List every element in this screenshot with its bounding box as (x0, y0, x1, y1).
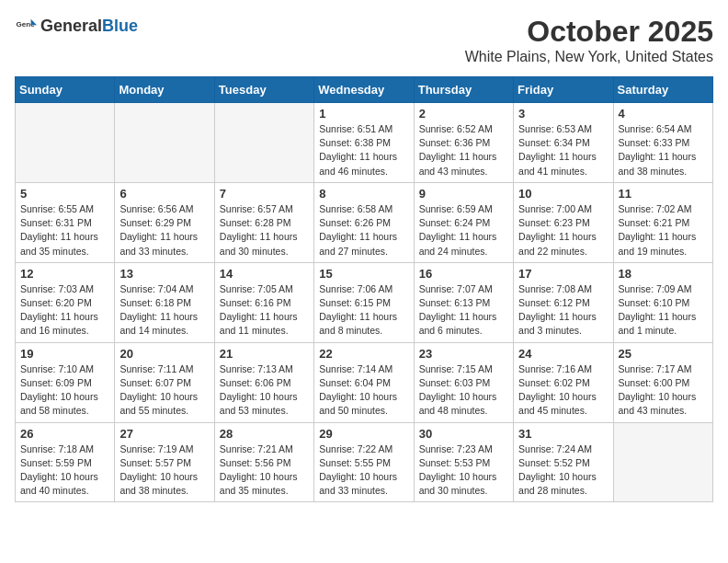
day-info: Sunrise: 7:15 AM Sunset: 6:03 PM Dayligh… (419, 362, 508, 419)
day-info: Sunrise: 7:06 AM Sunset: 6:15 PM Dayligh… (319, 282, 408, 339)
day-info: Sunrise: 7:16 AM Sunset: 6:02 PM Dayligh… (518, 362, 608, 419)
logo-icon: Gene (15, 15, 37, 37)
day-number: 16 (419, 267, 508, 281)
calendar-cell: 11Sunrise: 7:02 AM Sunset: 6:21 PM Dayli… (613, 182, 712, 262)
day-info: Sunrise: 7:08 AM Sunset: 6:12 PM Dayligh… (518, 282, 608, 339)
calendar-cell: 9Sunrise: 6:59 AM Sunset: 6:24 PM Daylig… (414, 182, 513, 262)
calendar-cell (16, 103, 115, 183)
calendar-cell: 24Sunrise: 7:16 AM Sunset: 6:02 PM Dayli… (514, 342, 613, 422)
calendar-cell: 22Sunrise: 7:14 AM Sunset: 6:04 PM Dayli… (314, 342, 414, 422)
day-info: Sunrise: 6:54 AM Sunset: 6:33 PM Dayligh… (619, 122, 708, 178)
logo: Gene GeneralBlue (15, 15, 138, 37)
day-number: 7 (220, 187, 309, 201)
page-header: Gene GeneralBlue October 2025 White Plai… (15, 15, 713, 65)
calendar-cell: 14Sunrise: 7:05 AM Sunset: 6:16 PM Dayli… (214, 262, 313, 342)
day-number: 31 (518, 427, 608, 441)
day-number: 10 (518, 187, 608, 201)
calendar-table: SundayMondayTuesdayWednesdayThursdayFrid… (15, 76, 713, 502)
calendar-cell: 31Sunrise: 7:24 AM Sunset: 5:52 PM Dayli… (514, 422, 613, 502)
day-info: Sunrise: 7:05 AM Sunset: 6:16 PM Dayligh… (220, 282, 309, 339)
day-number: 22 (319, 347, 408, 361)
day-number: 15 (319, 267, 408, 281)
day-number: 26 (20, 427, 109, 441)
calendar-cell: 4Sunrise: 6:54 AM Sunset: 6:33 PM Daylig… (613, 103, 712, 183)
day-number: 8 (319, 187, 408, 201)
calendar-cell: 6Sunrise: 6:56 AM Sunset: 6:29 PM Daylig… (115, 182, 214, 262)
day-number: 11 (619, 187, 708, 201)
day-number: 19 (20, 347, 109, 361)
day-number: 1 (319, 107, 408, 121)
day-info: Sunrise: 6:55 AM Sunset: 6:31 PM Dayligh… (20, 202, 109, 259)
day-info: Sunrise: 7:24 AM Sunset: 5:52 PM Dayligh… (518, 442, 608, 499)
title-block: October 2025 White Plains, New York, Uni… (465, 15, 713, 65)
day-info: Sunrise: 7:23 AM Sunset: 5:53 PM Dayligh… (419, 442, 508, 499)
day-number: 21 (220, 347, 309, 361)
calendar-header-row: SundayMondayTuesdayWednesdayThursdayFrid… (16, 77, 713, 103)
day-info: Sunrise: 7:00 AM Sunset: 6:23 PM Dayligh… (518, 202, 608, 259)
day-number: 29 (319, 427, 408, 441)
calendar-cell: 17Sunrise: 7:08 AM Sunset: 6:12 PM Dayli… (514, 262, 613, 342)
day-number: 28 (220, 427, 309, 441)
calendar-cell: 21Sunrise: 7:13 AM Sunset: 6:06 PM Dayli… (214, 342, 313, 422)
day-number: 14 (220, 267, 309, 281)
calendar-cell: 15Sunrise: 7:06 AM Sunset: 6:15 PM Dayli… (314, 262, 414, 342)
calendar-cell: 30Sunrise: 7:23 AM Sunset: 5:53 PM Dayli… (414, 422, 513, 502)
day-info: Sunrise: 7:18 AM Sunset: 5:59 PM Dayligh… (20, 442, 109, 499)
day-number: 18 (619, 267, 708, 281)
day-info: Sunrise: 7:21 AM Sunset: 5:56 PM Dayligh… (220, 442, 309, 499)
weekday-header-monday: Monday (115, 77, 214, 103)
day-number: 20 (119, 347, 209, 361)
day-number: 23 (419, 347, 508, 361)
day-number: 24 (518, 347, 608, 361)
day-info: Sunrise: 7:04 AM Sunset: 6:18 PM Dayligh… (119, 282, 209, 339)
logo-blue-text: Blue (102, 17, 138, 35)
day-number: 25 (619, 347, 708, 361)
calendar-week-row: 5Sunrise: 6:55 AM Sunset: 6:31 PM Daylig… (16, 182, 713, 262)
day-info: Sunrise: 7:11 AM Sunset: 6:07 PM Dayligh… (119, 362, 209, 419)
calendar-cell: 1Sunrise: 6:51 AM Sunset: 6:38 PM Daylig… (314, 103, 414, 183)
calendar-cell: 7Sunrise: 6:57 AM Sunset: 6:28 PM Daylig… (214, 182, 313, 262)
day-info: Sunrise: 7:13 AM Sunset: 6:06 PM Dayligh… (220, 362, 309, 419)
day-number: 2 (419, 107, 508, 121)
day-number: 12 (20, 267, 109, 281)
weekday-header-friday: Friday (514, 77, 613, 103)
day-info: Sunrise: 7:10 AM Sunset: 6:09 PM Dayligh… (20, 362, 109, 419)
day-number: 6 (119, 187, 209, 201)
calendar-cell: 23Sunrise: 7:15 AM Sunset: 6:03 PM Dayli… (414, 342, 513, 422)
day-info: Sunrise: 6:57 AM Sunset: 6:28 PM Dayligh… (220, 202, 309, 259)
day-number: 13 (119, 267, 209, 281)
calendar-cell: 12Sunrise: 7:03 AM Sunset: 6:20 PM Dayli… (16, 262, 115, 342)
calendar-cell: 20Sunrise: 7:11 AM Sunset: 6:07 PM Dayli… (115, 342, 214, 422)
day-info: Sunrise: 7:14 AM Sunset: 6:04 PM Dayligh… (319, 362, 408, 419)
calendar-cell: 27Sunrise: 7:19 AM Sunset: 5:57 PM Dayli… (115, 422, 214, 502)
calendar-week-row: 12Sunrise: 7:03 AM Sunset: 6:20 PM Dayli… (16, 262, 713, 342)
day-info: Sunrise: 7:22 AM Sunset: 5:55 PM Dayligh… (319, 442, 408, 499)
calendar-cell: 19Sunrise: 7:10 AM Sunset: 6:09 PM Dayli… (16, 342, 115, 422)
day-info: Sunrise: 7:02 AM Sunset: 6:21 PM Dayligh… (619, 202, 708, 259)
calendar-cell: 26Sunrise: 7:18 AM Sunset: 5:59 PM Dayli… (16, 422, 115, 502)
calendar-cell: 10Sunrise: 7:00 AM Sunset: 6:23 PM Dayli… (514, 182, 613, 262)
calendar-week-row: 26Sunrise: 7:18 AM Sunset: 5:59 PM Dayli… (16, 422, 713, 502)
day-number: 4 (619, 107, 708, 121)
day-info: Sunrise: 7:03 AM Sunset: 6:20 PM Dayligh… (20, 282, 109, 339)
day-info: Sunrise: 6:53 AM Sunset: 6:34 PM Dayligh… (518, 122, 608, 178)
day-info: Sunrise: 6:56 AM Sunset: 6:29 PM Dayligh… (119, 202, 209, 259)
day-info: Sunrise: 7:17 AM Sunset: 6:00 PM Dayligh… (619, 362, 708, 419)
month-title: October 2025 (465, 15, 713, 49)
calendar-cell: 16Sunrise: 7:07 AM Sunset: 6:13 PM Dayli… (414, 262, 513, 342)
weekday-header-sunday: Sunday (16, 77, 115, 103)
calendar-cell: 25Sunrise: 7:17 AM Sunset: 6:00 PM Dayli… (613, 342, 712, 422)
calendar-cell: 8Sunrise: 6:58 AM Sunset: 6:26 PM Daylig… (314, 182, 414, 262)
day-info: Sunrise: 6:59 AM Sunset: 6:24 PM Dayligh… (419, 202, 508, 259)
day-number: 3 (518, 107, 608, 121)
calendar-cell: 13Sunrise: 7:04 AM Sunset: 6:18 PM Dayli… (115, 262, 214, 342)
calendar-cell: 18Sunrise: 7:09 AM Sunset: 6:10 PM Dayli… (613, 262, 712, 342)
calendar-cell: 5Sunrise: 6:55 AM Sunset: 6:31 PM Daylig… (16, 182, 115, 262)
logo-general-text: General (40, 17, 102, 35)
calendar-cell (214, 103, 313, 183)
calendar-week-row: 19Sunrise: 7:10 AM Sunset: 6:09 PM Dayli… (16, 342, 713, 422)
calendar-cell (115, 103, 214, 183)
calendar-cell: 3Sunrise: 6:53 AM Sunset: 6:34 PM Daylig… (514, 103, 613, 183)
calendar-cell: 28Sunrise: 7:21 AM Sunset: 5:56 PM Dayli… (214, 422, 313, 502)
day-info: Sunrise: 6:52 AM Sunset: 6:36 PM Dayligh… (419, 122, 508, 178)
